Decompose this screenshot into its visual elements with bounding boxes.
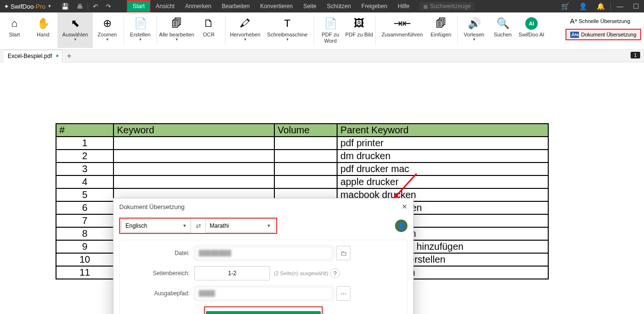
dialog-title: Dokument Übersetzung <box>119 203 185 210</box>
ribbon-pdf-word[interactable]: 📄PDF zu Word <box>316 12 345 48</box>
print-icon[interactable]: 🖶 <box>73 3 87 10</box>
chevron-down-icon: ▾ <box>176 37 178 42</box>
menu-seite[interactable]: Seite <box>298 0 321 12</box>
app-edition: -Pro <box>34 3 45 10</box>
chevron-down-icon: ▾ <box>139 37 142 42</box>
file-label: Datei: <box>127 250 194 256</box>
grid-icon: ▦ <box>423 4 428 9</box>
ribbon-pdf-img[interactable]: 🖼PDF zu Bild <box>345 12 373 48</box>
menubar-right: 🛒 👤 🔔 — ☐ <box>556 2 644 10</box>
ribbon-select[interactable]: ⬉Auswählen▾ <box>57 12 93 48</box>
ribbon-merge[interactable]: ⇥⇤Zusammenführen <box>378 12 427 48</box>
translate-button[interactable]: In Marathi übersetzen <box>206 311 321 314</box>
ribbon-read[interactable]: 🔊Vorlesen▾ <box>460 12 488 48</box>
separator <box>88 2 88 10</box>
lang-to-select[interactable]: Marathi▼ <box>205 219 275 233</box>
table-cell: 2 <box>56 150 113 163</box>
zoom-icon: ⊕ <box>103 16 112 31</box>
header-parent: Parent Keyword <box>337 124 548 137</box>
avatar[interactable]: 👤 <box>395 220 407 232</box>
ocr-icon: 🗋 <box>203 16 214 31</box>
app-dropdown-icon[interactable]: ▼ <box>45 4 54 9</box>
maximize-icon[interactable]: ☐ <box>628 2 644 10</box>
table-cell <box>113 137 274 150</box>
ribbon-ocr[interactable]: 🗋OCR <box>194 12 223 48</box>
create-icon: 📄 <box>134 16 147 31</box>
chevron-down-icon: ▾ <box>106 37 109 42</box>
file-input[interactable] <box>194 246 333 260</box>
language-row: Englisch▼ ⇄ Marathi▼ 👤 <box>113 218 413 234</box>
ribbon-right: AᵃSchnelle Übersetzung A⇆Dokument Überse… <box>565 15 641 40</box>
table-row: 2dm drucken <box>56 150 548 163</box>
table-row: 3pdf drucker mac <box>56 163 548 175</box>
help-icon[interactable]: ? <box>330 268 340 278</box>
bell-icon[interactable]: 🔔 <box>592 2 610 10</box>
browse-output-button[interactable]: ⋯ <box>336 286 350 301</box>
swap-icon[interactable]: ⇄ <box>191 222 205 230</box>
table-cell: 11 <box>56 266 113 279</box>
output-label: Ausgabepfad: <box>127 290 194 297</box>
ribbon-create[interactable]: 📄Erstellen▾ <box>126 12 155 48</box>
separator <box>157 16 157 45</box>
header-volume: Volume <box>274 124 337 137</box>
pages-input[interactable] <box>194 266 270 280</box>
menu-anmerken[interactable]: Anmerken <box>180 0 217 12</box>
user-icon[interactable]: 👤 <box>574 2 592 10</box>
browse-file-button[interactable]: 🗀 <box>336 246 350 260</box>
table-cell: 6 <box>56 201 113 214</box>
table-cell: 7 <box>56 214 113 227</box>
ribbon-ai[interactable]: AISwifDoo AI <box>517 12 546 48</box>
ribbon-highlight[interactable]: 🖍Hervorheben▾ <box>227 12 263 48</box>
search-tools-input[interactable]: ▦ Suchwerkzeuge <box>419 2 475 11</box>
redo-icon[interactable]: ↷ <box>102 3 115 10</box>
ribbon-search[interactable]: 🔍Suchen <box>488 12 517 48</box>
menu-start[interactable]: Start <box>127 0 150 12</box>
separator <box>124 16 124 45</box>
doc-translate-button[interactable]: A⇆Dokument Übersetzung <box>565 29 641 40</box>
pages-row: Seitenbereich: (2 Seite(n) ausgewählt) ? <box>127 266 399 280</box>
menubar: ✦ SwifDoo-Pro ▼ 💾 🖶 ↶ ↷ Start Ansicht An… <box>0 0 644 12</box>
file-row: Datei: 🗀 <box>127 246 399 260</box>
save-icon[interactable]: 💾 <box>57 3 73 10</box>
dialog-header: Dokument Übersetzung ✕ <box>113 198 413 215</box>
pages-label: Seitenbereich: <box>127 270 194 277</box>
table-cell: 3 <box>56 163 113 175</box>
menu-konvertieren[interactable]: Konvertieren <box>255 0 298 12</box>
ribbon-edit-all[interactable]: 🗐Alle bearbeiten▾ <box>159 12 194 48</box>
ribbon-typewriter[interactable]: TSchreibmaschine▾ <box>263 12 312 48</box>
new-tab-button[interactable]: + <box>62 52 76 60</box>
table-cell: 5 <box>56 188 113 201</box>
swifdoo-icon: ✦ <box>4 3 9 10</box>
table-row: 1pdf printer <box>56 137 548 150</box>
menu-schuetzen[interactable]: Schützen <box>322 0 356 12</box>
menu-hilfe[interactable]: Hilfe <box>393 0 415 12</box>
fast-translate-button[interactable]: AᵃSchnelle Übersetzung <box>565 15 641 27</box>
table-cell: dm drucken <box>337 150 548 163</box>
chevron-down-icon: ▾ <box>286 37 289 42</box>
dialog-body: Datei: 🗀 Seitenbereich: (2 Seite(n) ausg… <box>119 240 407 314</box>
ribbon-zoom[interactable]: ⊕Zoomen▾ <box>93 12 122 48</box>
minimize-icon[interactable]: — <box>612 2 628 10</box>
close-icon[interactable]: ✕ <box>402 203 407 210</box>
menu-ansicht[interactable]: Ansicht <box>150 0 180 12</box>
hand-icon: ✋ <box>37 16 50 31</box>
separator <box>375 16 376 45</box>
pdf-word-icon: 📄 <box>324 16 337 31</box>
output-input[interactable] <box>194 286 333 301</box>
canvas: # Keyword Volume Parent Keyword 1pdf pri… <box>0 62 644 314</box>
ribbon-toolbar: ⌂Start ✋Hand ⬉Auswählen▾ ⊕Zoomen▾ 📄Erste… <box>0 12 644 50</box>
output-row: Ausgabepfad: ⋯ <box>127 286 399 301</box>
ribbon-hand[interactable]: ✋Hand <box>29 12 57 48</box>
ribbon-start[interactable]: ⌂Start <box>0 12 29 48</box>
menu-bearbeiten[interactable]: Bearbeiten <box>216 0 255 12</box>
separator <box>457 16 458 45</box>
lang-from-select[interactable]: Englisch▼ <box>121 219 191 233</box>
chevron-down-icon: ▼ <box>182 223 187 228</box>
table-cell: pdf printer <box>337 137 548 150</box>
undo-icon[interactable]: ↶ <box>89 3 102 10</box>
ribbon-insert[interactable]: 🗐Einfügen <box>427 12 455 48</box>
cart-icon[interactable]: 🛒 <box>556 2 574 10</box>
chevron-down-icon: ▾ <box>244 37 247 42</box>
document-tab[interactable]: Excel-Bespiel.pdf • <box>4 50 62 62</box>
menu-freigeben[interactable]: Freigeben <box>356 0 393 12</box>
